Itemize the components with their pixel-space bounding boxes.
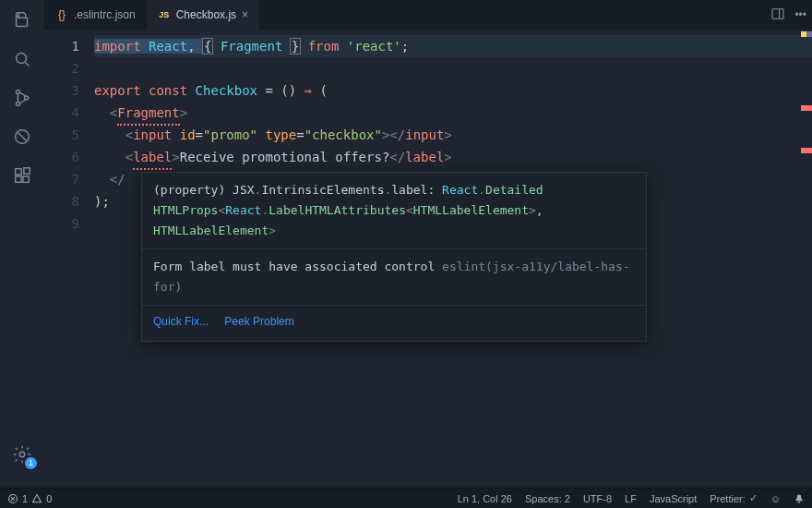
update-badge: 1 xyxy=(25,457,37,469)
status-language[interactable]: JavaScript xyxy=(650,493,697,504)
code-line: export const Checkbox = () ⇒ ( xyxy=(94,79,812,102)
status-cursor[interactable]: Ln 1, Col 26 xyxy=(458,493,512,504)
svg-point-0 xyxy=(17,54,27,64)
extensions-icon[interactable] xyxy=(9,163,35,188)
svg-point-3 xyxy=(25,96,29,100)
settings-gear-icon[interactable]: 1 xyxy=(9,441,35,467)
status-eol[interactable]: LF xyxy=(625,493,637,504)
hover-signature: (property) JSX.IntrinsicElements.label: … xyxy=(142,173,646,248)
hover-diagnostic: Form label must have associated control … xyxy=(142,249,646,305)
json-file-icon: {} xyxy=(55,8,68,21)
code-line: import React, { Fragment } from 'react'; xyxy=(94,35,812,57)
svg-rect-6 xyxy=(16,176,21,182)
svg-point-2 xyxy=(16,102,19,105)
svg-rect-8 xyxy=(24,168,30,174)
js-file-icon: JS xyxy=(158,10,171,19)
status-problems[interactable]: 1 0 xyxy=(7,493,52,504)
svg-rect-5 xyxy=(16,169,21,175)
svg-point-1 xyxy=(16,91,19,94)
hover-tooltip: (property) JSX.IntrinsicElements.label: … xyxy=(141,172,647,342)
tab-checkbox[interactable]: JS Checkbox.js × xyxy=(147,0,259,30)
status-bell-icon[interactable] xyxy=(794,493,805,504)
tab-label: Checkbox.js xyxy=(176,8,236,21)
close-icon[interactable]: × xyxy=(242,8,248,21)
status-encoding[interactable]: UTF-8 xyxy=(583,493,612,504)
overview-ruler[interactable] xyxy=(799,30,812,488)
editor-group: {} .eslintrc.json JS Checkbox.js × ••• 1… xyxy=(44,0,812,488)
peek-problem-action[interactable]: Peek Problem xyxy=(224,315,293,328)
status-bar: 1 0 Ln 1, Col 26 Spaces: 2 UTF-8 LF Java… xyxy=(0,488,812,508)
source-control-icon[interactable] xyxy=(9,85,35,111)
tab-bar: {} .eslintrc.json JS Checkbox.js × ••• xyxy=(44,0,812,30)
code-line: <input id="promo" type="checkbox"></inpu… xyxy=(94,124,812,146)
status-indent[interactable]: Spaces: 2 xyxy=(525,493,570,504)
status-prettier[interactable]: Prettier: ✓ xyxy=(710,492,758,504)
svg-point-9 xyxy=(19,452,25,457)
search-icon[interactable] xyxy=(9,46,35,72)
svg-rect-10 xyxy=(772,8,783,18)
debug-disabled-icon[interactable] xyxy=(9,124,35,150)
tab-eslintrc[interactable]: {} .eslintrc.json xyxy=(44,0,147,30)
status-feedback-icon[interactable]: ☺ xyxy=(770,493,781,504)
split-editor-icon[interactable] xyxy=(770,6,785,24)
code-line: <Fragment> xyxy=(94,102,812,124)
svg-rect-7 xyxy=(23,176,29,182)
tab-label: .eslintrc.json xyxy=(74,8,136,21)
quick-fix-action[interactable]: Quick Fix... xyxy=(153,315,209,328)
activity-bar: 1 xyxy=(0,0,44,488)
more-actions-icon[interactable]: ••• xyxy=(794,8,806,21)
code-editor[interactable]: 123 456 789 import React, { Fragment } f… xyxy=(44,30,812,488)
explorer-icon[interactable] xyxy=(9,7,35,33)
line-gutter: 123 456 789 xyxy=(44,30,94,488)
code-line: <label>Receive promotional offers?</labe… xyxy=(94,146,812,168)
